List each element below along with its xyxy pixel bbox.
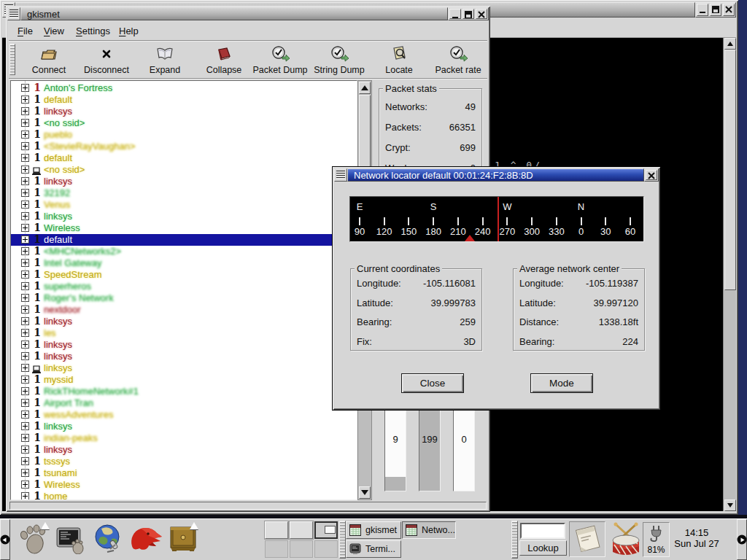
tree-expander-icon[interactable]: [21, 189, 29, 197]
applet-handle[interactable]: [511, 521, 518, 559]
notes-applet[interactable]: [569, 521, 605, 557]
tree-expander-icon[interactable]: [21, 294, 29, 302]
network-tree[interactable]: 1Anton's Fortress1default1linksys1<no ss…: [10, 80, 357, 500]
workspace-cell[interactable]: [290, 540, 313, 558]
tree-expander-icon[interactable]: [21, 411, 29, 419]
workspace-cell[interactable]: [265, 540, 288, 558]
network-row[interactable]: 1wessAdventures: [11, 409, 357, 421]
lookup-entry[interactable]: [520, 523, 565, 539]
network-row[interactable]: 1SpeedStream: [11, 269, 357, 281]
network-row[interactable]: 1tsssys: [11, 456, 357, 467]
network-row[interactable]: 1Intel Gateway: [11, 257, 357, 269]
network-row[interactable]: 132192: [11, 187, 357, 199]
drum-applet[interactable]: [608, 521, 643, 560]
network-row[interactable]: 1linksys: [11, 211, 357, 222]
tree-expander-icon[interactable]: [21, 399, 29, 407]
gkismet-titlebar[interactable]: gkismet: [20, 7, 448, 20]
tree-expander-icon[interactable]: [21, 107, 29, 115]
network-row[interactable]: 1home: [11, 491, 357, 500]
network-row[interactable]: 1Roger's Network: [11, 292, 357, 304]
network-row[interactable]: 1myssid: [11, 374, 357, 386]
panel-hide-left-button[interactable]: [0, 519, 10, 560]
workspace-cell-active[interactable]: [314, 521, 338, 539]
toolbar-disconnect-button[interactable]: Disconnect: [74, 44, 139, 75]
toolbar-packet-dump-button[interactable]: Packet Dump: [247, 44, 313, 75]
network-row[interactable]: 1<StevieRayVaughan>: [11, 141, 357, 152]
network-row[interactable]: 1tsunami: [11, 467, 357, 479]
network-row[interactable]: 1superheros: [11, 281, 357, 292]
lookup-button[interactable]: Lookup: [519, 540, 567, 556]
dialog-close-button[interactable]: [646, 170, 657, 180]
tree-expander-icon[interactable]: [21, 341, 29, 349]
task-termi[interactable]: Termi...: [346, 540, 401, 558]
gkismet-maximize-button[interactable]: [462, 9, 474, 19]
scrollbar-thumb[interactable]: [724, 50, 736, 290]
network-row[interactable]: 1default: [11, 152, 357, 164]
network-row[interactable]: 1linksys: [11, 176, 357, 187]
tree-expander-icon[interactable]: [21, 364, 29, 372]
tree-expander-icon[interactable]: [21, 177, 29, 185]
gkismet-window-menu-button[interactable]: [7, 7, 20, 20]
tree-expander-icon[interactable]: [21, 96, 29, 104]
network-row[interactable]: 1indian-peaks: [11, 432, 357, 444]
panel-hide-right-button[interactable]: [737, 519, 747, 560]
tasklist-handle[interactable]: [339, 521, 346, 559]
network-row[interactable]: 1pueblo: [11, 129, 357, 141]
network-row[interactable]: 1default: [11, 234, 357, 246]
terminal-maximize-button[interactable]: [710, 4, 721, 16]
tree-expander-icon[interactable]: [21, 481, 29, 489]
network-row[interactable]: 1linksys: [11, 421, 357, 432]
tree-expander-icon[interactable]: [21, 154, 29, 162]
tree-expander-icon[interactable]: [21, 352, 29, 360]
network-row[interactable]: 1Anton's Fortress: [11, 82, 357, 94]
toolbar-connect-button[interactable]: Connect: [16, 44, 82, 75]
close-button[interactable]: Close: [401, 373, 464, 393]
tree-expander-icon[interactable]: [21, 376, 29, 384]
scroll-down-button[interactable]: [359, 486, 371, 499]
mode-button[interactable]: Mode: [530, 373, 593, 393]
tree-expander-icon[interactable]: [21, 271, 29, 279]
menu-help[interactable]: Help: [119, 26, 139, 36]
network-row[interactable]: 1Wireless: [11, 479, 357, 491]
network-row[interactable]: <no ssid>: [11, 164, 357, 176]
tree-expander-icon[interactable]: [21, 224, 29, 232]
terminal-scrollbar[interactable]: [723, 38, 736, 511]
network-row[interactable]: 1<no ssid>: [11, 117, 357, 129]
terminal-launcher[interactable]: [55, 525, 85, 557]
menu-file[interactable]: File: [18, 26, 33, 36]
toolbar-packet-rate-button[interactable]: Packet rate: [425, 44, 491, 75]
network-row[interactable]: 1RickTHomeNetwork#1: [11, 386, 357, 397]
tree-expander-icon[interactable]: [21, 329, 29, 337]
network-row[interactable]: 1les: [11, 327, 357, 339]
tree-expander-icon[interactable]: [21, 84, 29, 92]
tree-expander-icon[interactable]: [21, 469, 29, 477]
tree-expander-icon[interactable]: [21, 259, 29, 267]
toolbar-expand-button[interactable]: Expand: [132, 44, 198, 75]
tree-expander-icon[interactable]: [21, 492, 29, 500]
gkismet-close-button[interactable]: [476, 9, 487, 19]
network-row[interactable]: 1<MHCNetworks2>: [11, 246, 357, 257]
tree-expander-icon[interactable]: [21, 282, 29, 290]
browser-launcher[interactable]: [93, 523, 123, 558]
tree-expander-icon[interactable]: [21, 236, 29, 244]
tree-expander-icon[interactable]: [21, 446, 29, 454]
tree-expander-icon[interactable]: [21, 119, 29, 127]
tree-expander-icon[interactable]: [21, 306, 29, 314]
tree-expander-icon[interactable]: [21, 212, 29, 220]
network-row[interactable]: 1default: [11, 94, 357, 106]
toolbar-string-dump-button[interactable]: String Dump: [306, 44, 372, 75]
battery-applet[interactable]: 81%: [643, 522, 670, 557]
workspace-cell[interactable]: [265, 521, 288, 539]
mozilla-launcher[interactable]: [128, 524, 163, 558]
tree-expander-icon[interactable]: [21, 422, 29, 430]
tree-expander-icon[interactable]: [21, 387, 29, 395]
network-row[interactable]: 1nextdoor: [11, 304, 357, 316]
network-row[interactable]: linksys: [11, 362, 357, 374]
tree-expander-icon[interactable]: [21, 142, 29, 150]
network-row[interactable]: 1Venus: [11, 199, 357, 211]
network-row[interactable]: 1Airport Tran: [11, 397, 357, 409]
network-row[interactable]: 1linksys: [11, 316, 357, 327]
workspace-cell[interactable]: [290, 521, 313, 539]
network-row[interactable]: 1Wireless: [11, 222, 357, 234]
task-gkismet[interactable]: gkismet: [346, 521, 401, 539]
